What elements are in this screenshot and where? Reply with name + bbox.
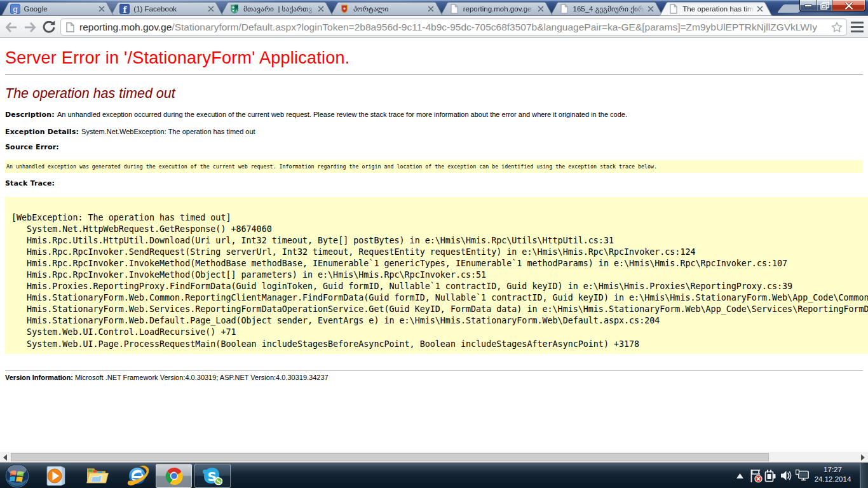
facebook-favicon: f: [119, 4, 130, 14]
source-error-box: An unhandled exception was generated dur…: [5, 160, 863, 173]
close-tab-icon: [538, 6, 544, 12]
internet-explorer-icon: [126, 465, 150, 487]
svg-text:g: g: [13, 4, 18, 13]
stack-trace-line: Hmis.StationaryForm.Web.Default.Page_Loa…: [11, 315, 868, 327]
scroll-right-arrow-icon[interactable]: [861, 454, 865, 461]
stack-trace-box: [WebException: The operation has timed o…: [5, 197, 868, 354]
close-tab-icon: [318, 6, 324, 12]
menu-bar-icon: [851, 22, 864, 24]
menu-bar-icon: [851, 30, 864, 32]
menu-bar-icon: [851, 26, 864, 28]
url-path: /Stationaryform/Default.aspx?loginToken=…: [172, 22, 817, 32]
close-button[interactable]: [832, 0, 865, 11]
action-center-flag-icon[interactable]: [750, 469, 763, 483]
windows-media-player-icon: [46, 466, 67, 486]
windows-explorer-icon: [86, 466, 109, 485]
minimize-icon: [804, 4, 812, 7]
browser-tab[interactable]: The operation has tim: [660, 2, 772, 16]
back-icon: [5, 22, 18, 32]
generic-page-favicon: [668, 4, 679, 14]
source-error-label: Source Error:: [5, 143, 59, 151]
source-error-heading: Source Error:: [5, 142, 868, 152]
bookmark-star-icon[interactable]: [831, 22, 843, 32]
stack-trace-line: Hmis.Rpc.RpcInvoker.InvokeMethod(Object[…: [11, 269, 868, 281]
skype-icon: S: [202, 466, 224, 486]
taskbar: S: [0, 463, 868, 488]
close-tab-icon: [757, 6, 763, 12]
power-plug-icon[interactable]: [764, 469, 776, 483]
generic-page-favicon: [559, 4, 569, 14]
close-tab-icon: [208, 6, 214, 12]
browser-toolbar: reporting.moh.gov.ge/Stationaryform/Defa…: [0, 16, 868, 38]
chrome-icon: [165, 466, 184, 485]
taskbar-explorer-button[interactable]: [79, 463, 116, 488]
horizontal-scrollbar[interactable]: [0, 452, 868, 463]
browser-tab[interactable]: 165_4 გეგმიური ქირ: [550, 2, 663, 16]
scrollbar-thumb[interactable]: [11, 453, 769, 461]
description-label: Description:: [5, 111, 57, 119]
divider: [5, 370, 863, 371]
back-button[interactable]: [3, 18, 20, 36]
tab-title: Google: [24, 5, 96, 13]
taskbar-chrome-button[interactable]: [156, 464, 192, 488]
tab-close-button[interactable]: [536, 4, 545, 13]
taskbar-ie-button[interactable]: [119, 463, 156, 488]
browser-tab[interactable]: მთავარი | საქართვ: [220, 2, 333, 16]
show-desktop-button[interactable]: [860, 463, 868, 488]
stack-trace-line: System.Web.UI.Control.LoadRecursive() +7…: [11, 327, 868, 338]
chrome-menu-button[interactable]: [851, 22, 864, 32]
forward-button[interactable]: [21, 18, 39, 36]
browser-tab[interactable]: reporting.moh.gov.ge: [440, 2, 553, 16]
start-button[interactable]: [1, 463, 33, 488]
restore-icon: [820, 1, 829, 10]
tab-title: reporting.moh.gov.ge: [463, 5, 535, 13]
taskbar-clock[interactable]: 17:27 24.12.2014: [809, 465, 857, 484]
taskbar-skype-button[interactable]: S: [194, 464, 231, 488]
close-tab-icon: [428, 6, 434, 12]
version-label: Version Information:: [5, 374, 75, 381]
error-page-title: Server Error in '/StationaryForm' Applic…: [5, 48, 868, 68]
emblem-favicon: [339, 4, 349, 14]
clock-time: 17:27: [809, 465, 857, 475]
stack-trace-line: Hmis.Proxies.ReportingProxy.FindFormData…: [11, 281, 868, 292]
stack-trace-label: Stack Trace:: [5, 179, 55, 187]
tab-close-button[interactable]: [316, 4, 325, 13]
tab-title: მთავარი | საქართვ: [243, 4, 315, 13]
volume-icon[interactable]: [780, 470, 792, 482]
stack-trace-line: [WebException: The operation has timed o…: [11, 212, 868, 224]
stack-trace-line: Hmis.Rpc.RpcInvoker.InvokeMethod(MethodB…: [11, 258, 868, 269]
tab-close-button[interactable]: [97, 4, 106, 13]
exception-label: Exception Details:: [5, 128, 81, 136]
tab-title: (1) Facebook: [133, 5, 205, 13]
divider: [5, 74, 863, 75]
forward-icon: [24, 22, 36, 32]
google-favicon: g: [10, 4, 20, 14]
tab-close-button[interactable]: [646, 4, 655, 13]
description-text: An unhandled exception occurred during t…: [57, 111, 627, 118]
stack-trace-line: Hmis.Rpc.RpcInvoker.SendRequest(String s…: [11, 247, 868, 258]
taskbar-wmp-button[interactable]: [38, 463, 75, 488]
tab-close-button[interactable]: [207, 4, 215, 13]
stack-trace-line: Hmis.Rpc.Utils.HttpUtil.Download(Uri url…: [11, 235, 868, 247]
tray-expand-icon[interactable]: [736, 473, 743, 478]
address-bar[interactable]: reporting.moh.gov.ge/Stationaryform/Defa…: [60, 18, 847, 36]
green-shield-favicon: [229, 4, 240, 14]
network-icon[interactable]: [796, 470, 810, 482]
version-information: Version Information: Microsoft .NET Fram…: [5, 373, 868, 382]
browser-tab[interactable]: f(1) Facebook: [111, 2, 223, 16]
scroll-left-arrow-icon[interactable]: [3, 454, 7, 461]
minimize-button[interactable]: [799, 0, 817, 11]
stack-trace-line: System.Net.HttpWebRequest.GetResponse() …: [11, 224, 868, 235]
exception-text: System.Net.WebException: The operation h…: [81, 128, 255, 135]
reload-button[interactable]: [40, 18, 58, 36]
tab-close-button[interactable]: [756, 4, 764, 13]
error-exception-details: Exception Details: System.Net.WebExcepti…: [5, 127, 868, 137]
clock-date: 24.12.2014: [809, 475, 857, 484]
close-icon: [844, 2, 853, 9]
close-tab-icon: [648, 6, 654, 12]
browser-tab[interactable]: gGoogle: [1, 2, 114, 16]
tab-close-button[interactable]: [426, 4, 435, 13]
restore-button[interactable]: [817, 0, 832, 11]
error-description: Description: An unhandled exception occu…: [5, 110, 868, 119]
browser-tab[interactable]: პორტალი: [330, 2, 443, 16]
